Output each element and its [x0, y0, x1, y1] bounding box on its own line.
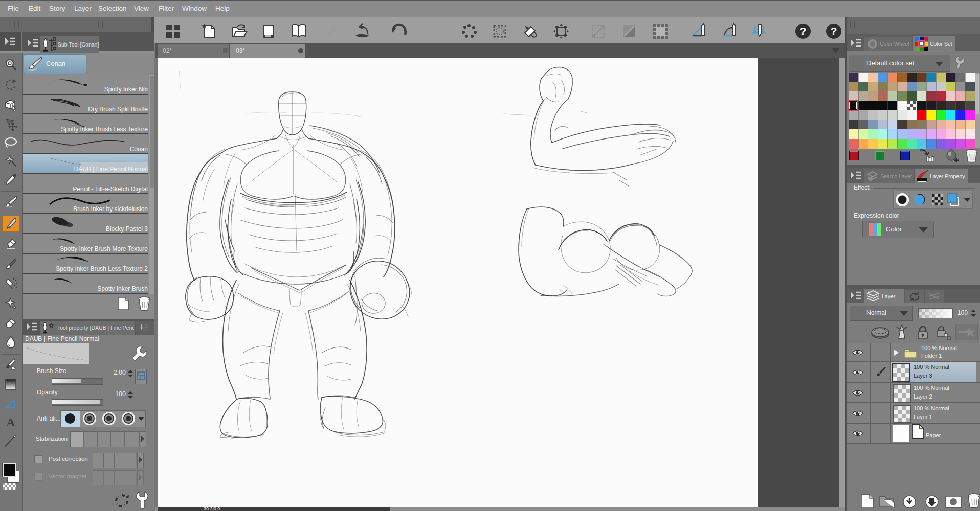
svg-text:?: ?: [831, 25, 837, 37]
svg-text:A: A: [6, 415, 15, 429]
svg-text:?: ?: [800, 25, 807, 37]
